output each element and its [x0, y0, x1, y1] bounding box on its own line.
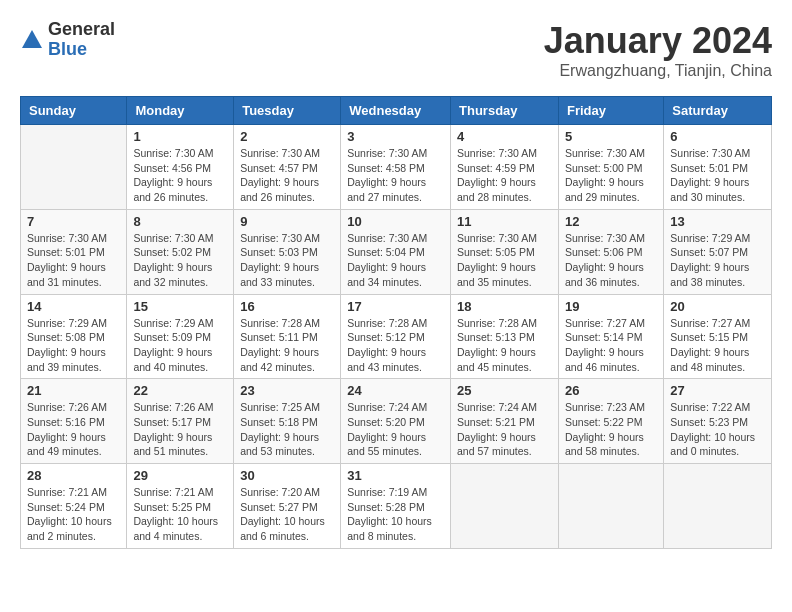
logo-general: General — [48, 20, 115, 40]
day-number: 26 — [565, 383, 657, 398]
day-number: 9 — [240, 214, 334, 229]
day-number: 10 — [347, 214, 444, 229]
day-number: 17 — [347, 299, 444, 314]
calendar-cell: 4Sunrise: 7:30 AMSunset: 4:59 PMDaylight… — [451, 125, 559, 210]
calendar-cell: 16Sunrise: 7:28 AMSunset: 5:11 PMDayligh… — [234, 294, 341, 379]
calendar-cell: 13Sunrise: 7:29 AMSunset: 5:07 PMDayligh… — [664, 209, 772, 294]
calendar-cell: 29Sunrise: 7:21 AMSunset: 5:25 PMDayligh… — [127, 464, 234, 549]
location: Erwangzhuang, Tianjin, China — [544, 62, 772, 80]
day-info: Sunrise: 7:21 AMSunset: 5:25 PMDaylight:… — [133, 485, 227, 544]
day-number: 1 — [133, 129, 227, 144]
calendar-cell — [664, 464, 772, 549]
calendar-cell: 21Sunrise: 7:26 AMSunset: 5:16 PMDayligh… — [21, 379, 127, 464]
day-number: 27 — [670, 383, 765, 398]
header-monday: Monday — [127, 97, 234, 125]
calendar-cell: 9Sunrise: 7:30 AMSunset: 5:03 PMDaylight… — [234, 209, 341, 294]
page-header: General Blue January 2024 Erwangzhuang, … — [20, 20, 772, 80]
day-number: 31 — [347, 468, 444, 483]
calendar-cell: 1Sunrise: 7:30 AMSunset: 4:56 PMDaylight… — [127, 125, 234, 210]
day-number: 23 — [240, 383, 334, 398]
day-number: 14 — [27, 299, 120, 314]
day-info: Sunrise: 7:21 AMSunset: 5:24 PMDaylight:… — [27, 485, 120, 544]
day-number: 7 — [27, 214, 120, 229]
day-number: 28 — [27, 468, 120, 483]
day-info: Sunrise: 7:22 AMSunset: 5:23 PMDaylight:… — [670, 400, 765, 459]
day-info: Sunrise: 7:30 AMSunset: 5:04 PMDaylight:… — [347, 231, 444, 290]
day-info: Sunrise: 7:26 AMSunset: 5:17 PMDaylight:… — [133, 400, 227, 459]
day-number: 16 — [240, 299, 334, 314]
calendar-cell: 31Sunrise: 7:19 AMSunset: 5:28 PMDayligh… — [341, 464, 451, 549]
calendar-cell: 10Sunrise: 7:30 AMSunset: 5:04 PMDayligh… — [341, 209, 451, 294]
day-info: Sunrise: 7:25 AMSunset: 5:18 PMDaylight:… — [240, 400, 334, 459]
calendar-cell: 26Sunrise: 7:23 AMSunset: 5:22 PMDayligh… — [558, 379, 663, 464]
day-info: Sunrise: 7:30 AMSunset: 4:56 PMDaylight:… — [133, 146, 227, 205]
calendar-cell — [558, 464, 663, 549]
calendar-header-row: SundayMondayTuesdayWednesdayThursdayFrid… — [21, 97, 772, 125]
day-info: Sunrise: 7:24 AMSunset: 5:20 PMDaylight:… — [347, 400, 444, 459]
calendar-week-4: 21Sunrise: 7:26 AMSunset: 5:16 PMDayligh… — [21, 379, 772, 464]
day-number: 2 — [240, 129, 334, 144]
day-info: Sunrise: 7:30 AMSunset: 5:05 PMDaylight:… — [457, 231, 552, 290]
calendar-cell: 28Sunrise: 7:21 AMSunset: 5:24 PMDayligh… — [21, 464, 127, 549]
month-title: January 2024 — [544, 20, 772, 62]
day-number: 13 — [670, 214, 765, 229]
day-info: Sunrise: 7:29 AMSunset: 5:07 PMDaylight:… — [670, 231, 765, 290]
day-number: 19 — [565, 299, 657, 314]
day-number: 12 — [565, 214, 657, 229]
header-thursday: Thursday — [451, 97, 559, 125]
calendar-week-5: 28Sunrise: 7:21 AMSunset: 5:24 PMDayligh… — [21, 464, 772, 549]
day-info: Sunrise: 7:30 AMSunset: 5:02 PMDaylight:… — [133, 231, 227, 290]
day-number: 25 — [457, 383, 552, 398]
header-sunday: Sunday — [21, 97, 127, 125]
svg-marker-0 — [22, 30, 42, 48]
day-info: Sunrise: 7:30 AMSunset: 5:06 PMDaylight:… — [565, 231, 657, 290]
day-info: Sunrise: 7:27 AMSunset: 5:15 PMDaylight:… — [670, 316, 765, 375]
day-info: Sunrise: 7:23 AMSunset: 5:22 PMDaylight:… — [565, 400, 657, 459]
calendar-cell: 8Sunrise: 7:30 AMSunset: 5:02 PMDaylight… — [127, 209, 234, 294]
calendar-cell: 11Sunrise: 7:30 AMSunset: 5:05 PMDayligh… — [451, 209, 559, 294]
day-number: 3 — [347, 129, 444, 144]
day-number: 8 — [133, 214, 227, 229]
logo-text: General Blue — [48, 20, 115, 60]
title-block: January 2024 Erwangzhuang, Tianjin, Chin… — [544, 20, 772, 80]
calendar-cell: 18Sunrise: 7:28 AMSunset: 5:13 PMDayligh… — [451, 294, 559, 379]
header-tuesday: Tuesday — [234, 97, 341, 125]
day-number: 18 — [457, 299, 552, 314]
day-info: Sunrise: 7:30 AMSunset: 4:57 PMDaylight:… — [240, 146, 334, 205]
header-friday: Friday — [558, 97, 663, 125]
calendar-cell: 24Sunrise: 7:24 AMSunset: 5:20 PMDayligh… — [341, 379, 451, 464]
logo-icon — [20, 28, 44, 52]
calendar-cell: 30Sunrise: 7:20 AMSunset: 5:27 PMDayligh… — [234, 464, 341, 549]
day-number: 5 — [565, 129, 657, 144]
calendar-cell: 19Sunrise: 7:27 AMSunset: 5:14 PMDayligh… — [558, 294, 663, 379]
day-number: 24 — [347, 383, 444, 398]
day-info: Sunrise: 7:30 AMSunset: 4:58 PMDaylight:… — [347, 146, 444, 205]
header-saturday: Saturday — [664, 97, 772, 125]
calendar-cell: 6Sunrise: 7:30 AMSunset: 5:01 PMDaylight… — [664, 125, 772, 210]
day-number: 30 — [240, 468, 334, 483]
day-number: 20 — [670, 299, 765, 314]
calendar-cell: 14Sunrise: 7:29 AMSunset: 5:08 PMDayligh… — [21, 294, 127, 379]
day-number: 22 — [133, 383, 227, 398]
calendar-week-3: 14Sunrise: 7:29 AMSunset: 5:08 PMDayligh… — [21, 294, 772, 379]
day-number: 21 — [27, 383, 120, 398]
calendar-cell: 15Sunrise: 7:29 AMSunset: 5:09 PMDayligh… — [127, 294, 234, 379]
calendar-cell: 25Sunrise: 7:24 AMSunset: 5:21 PMDayligh… — [451, 379, 559, 464]
day-number: 29 — [133, 468, 227, 483]
calendar-week-1: 1Sunrise: 7:30 AMSunset: 4:56 PMDaylight… — [21, 125, 772, 210]
calendar-cell: 2Sunrise: 7:30 AMSunset: 4:57 PMDaylight… — [234, 125, 341, 210]
day-info: Sunrise: 7:30 AMSunset: 5:01 PMDaylight:… — [27, 231, 120, 290]
day-info: Sunrise: 7:30 AMSunset: 4:59 PMDaylight:… — [457, 146, 552, 205]
day-info: Sunrise: 7:29 AMSunset: 5:08 PMDaylight:… — [27, 316, 120, 375]
calendar-cell: 7Sunrise: 7:30 AMSunset: 5:01 PMDaylight… — [21, 209, 127, 294]
day-info: Sunrise: 7:28 AMSunset: 5:11 PMDaylight:… — [240, 316, 334, 375]
calendar-cell — [451, 464, 559, 549]
calendar-cell: 20Sunrise: 7:27 AMSunset: 5:15 PMDayligh… — [664, 294, 772, 379]
calendar-cell: 12Sunrise: 7:30 AMSunset: 5:06 PMDayligh… — [558, 209, 663, 294]
day-info: Sunrise: 7:30 AMSunset: 5:03 PMDaylight:… — [240, 231, 334, 290]
day-info: Sunrise: 7:28 AMSunset: 5:13 PMDaylight:… — [457, 316, 552, 375]
day-number: 6 — [670, 129, 765, 144]
calendar-cell: 3Sunrise: 7:30 AMSunset: 4:58 PMDaylight… — [341, 125, 451, 210]
header-wednesday: Wednesday — [341, 97, 451, 125]
day-info: Sunrise: 7:29 AMSunset: 5:09 PMDaylight:… — [133, 316, 227, 375]
